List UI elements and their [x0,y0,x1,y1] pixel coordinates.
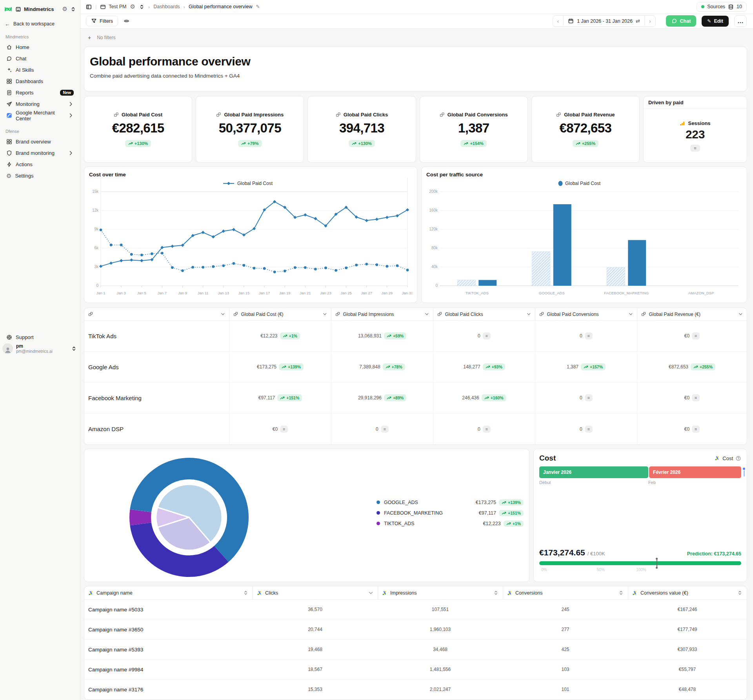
column-header[interactable]: Global Paid Impressions [331,308,433,321]
svg-text:Jan 25: Jan 25 [340,291,352,295]
sidebar-item-reports[interactable]: Reports New [4,87,76,98]
campaign-column-header[interactable]: Conversions [503,586,628,600]
campaign-row[interactable]: Campaign name #539319,46834,468425€307,9… [84,640,747,660]
sidebar-item-support[interactable]: Support [4,332,76,343]
cost-panel-title: Cost [539,454,715,462]
back-to-workspace[interactable]: ← Back to workspace [5,21,76,27]
filters-button[interactable]: Filters [86,16,118,26]
source-table-row[interactable]: TikTok Ads€12,223+1%13,068,931+59%0=0=€0… [84,321,747,352]
sidebar-item-brand-overview[interactable]: Brand overview [4,136,76,147]
metric-value: 7,389,848 [359,364,380,370]
trend-badge-flat: = [692,426,700,433]
compare-swap-icon[interactable]: ⇄ [636,18,640,24]
cost-target: / €100K [587,551,605,557]
campaign-column-header[interactable]: Conversions value (€) [628,586,747,600]
campaign-metric: €55,797 [628,660,747,680]
sidebar-item-home[interactable]: Home [4,42,76,53]
chat-button[interactable]: Chat [666,15,697,27]
sidebar-item-chat[interactable]: Chat [4,53,76,64]
chart-title: Cost over time [89,172,412,178]
sidebar-item-settings[interactable]: ⚙ Settings [4,170,76,181]
column-header[interactable]: Global Paid Cost (€) [229,308,331,321]
project-switcher-icon[interactable] [139,4,145,10]
filter-bar[interactable]: + No filters [88,34,747,41]
workspace-switcher-icon[interactable] [70,6,76,12]
sidebar-item-ai-skills[interactable]: AI Skills [4,64,76,76]
campaign-metric: 1,960,103 [378,620,503,640]
date-range-button[interactable]: 1 Jan 2026 - 31 Jan 2026 ⇄ [564,16,644,27]
budget-target-marker[interactable] [657,559,657,568]
svg-text:Jan 5: Jan 5 [137,291,146,295]
google-ads-icon [715,455,720,461]
breadcrumb-dashboards[interactable]: Dashboards [153,4,180,9]
sidebar-section-dfense: Dfense [5,129,75,134]
svg-text:AMAZON_DSP: AMAZON_DSP [688,291,714,295]
column-header[interactable]: Global Paid Clicks [433,308,535,321]
campaign-row[interactable]: Campaign name #365020,7441,960,103277€17… [84,620,747,640]
breadcrumb-current: Global performance overview [189,4,253,9]
campaign-column-header[interactable]: Clicks [253,586,378,600]
sidebar-toggle-icon[interactable] [86,4,92,10]
source-table-row[interactable]: Facebook Marketing€97,117+151%29,918,296… [84,383,747,413]
svg-text:Jan 1: Jan 1 [96,291,105,295]
trend-badge: +255% [691,363,715,370]
kpi-value: 50,377,075 [219,121,281,136]
breadcrumb-project[interactable]: Test PM [100,4,126,10]
svg-text:Jan 15: Jan 15 [238,291,250,295]
sources-status-dot [701,5,704,8]
trend-up-icon [502,500,506,505]
legend-label: FACEBOOK_MARKETING [384,510,479,516]
edit-button[interactable]: ✎ Edit [702,16,729,27]
sidebar-item-actions[interactable]: Actions [4,159,76,170]
prev-period-button[interactable]: ‹ [553,16,564,27]
source-table-row[interactable]: Google Ads€173,275+139%7,389,848+78%148,… [84,352,747,383]
kpi-card: Global Paid Impressions 50,377,075 +79% [196,96,304,163]
sidebar-nav-main: Home Chat AI Skills Dashboards Reports N… [4,42,76,121]
sidebar-item-google-merchant-center[interactable]: Google Merchant Center [4,110,76,121]
trend-up-icon [352,141,356,146]
campaign-row[interactable]: Campaign name #317615,3532,021,247101€48… [84,680,747,700]
svg-text:9k: 9k [94,227,99,231]
more-options-button[interactable]: … [734,15,747,27]
help-icon[interactable] [735,455,741,461]
campaign-column-header[interactable]: Impressions [378,586,503,600]
sidebar-item-monitoring[interactable]: Monitoring [4,98,76,110]
timeline-segment-february[interactable]: Février 2026 [649,466,741,478]
breadcrumb-separator: › [184,4,185,10]
trend-badge: +130% [125,140,151,147]
sessions-value: 223 [686,128,705,141]
column-header[interactable] [84,308,229,321]
trend-badge: +89% [384,394,406,401]
gauge-ticks: 0%50%100% [539,568,741,573]
timeline-scrollbar[interactable] [743,468,745,477]
campaign-row[interactable]: Campaign name #998418,5671,481,556103€55… [84,660,747,680]
trend-up-icon [282,365,286,369]
campaign-row[interactable]: Campaign name #503336,570107,551245€167,… [84,600,747,620]
metric-value: 1,387 [567,364,578,370]
column-header[interactable]: Global Paid Revenue (€) [637,308,747,321]
visibility-toggle-icon[interactable] [124,18,129,24]
svg-text:Jan 23: Jan 23 [320,291,331,295]
campaign-metric: 18,567 [253,660,378,680]
trend-badge-flat: = [381,426,389,433]
metric-value: €0 [684,426,689,432]
sidebar-item-brand-monitoring[interactable]: Brand monitoring [4,147,76,159]
svg-text:160k: 160k [429,208,438,212]
source-table-row[interactable]: Amazon DSP€0=0=0=0=€0= [84,413,747,444]
campaign-column-header[interactable]: Campaign name [84,586,253,600]
sources-button[interactable]: Sources 10 [697,2,747,12]
metric-value: 0 [478,333,480,339]
next-period-button[interactable]: › [645,16,655,27]
kpi-label: Global Paid Cost [122,112,162,118]
cost-per-source-chart: 040k80k120k160k200kTIKTOK_ADSGOOGLE_ADSF… [426,178,742,299]
page-subtitle: Combine paid advertising data connected … [90,73,741,79]
column-header[interactable]: Global Paid Conversions [535,308,637,321]
sidebar-item-dashboards[interactable]: Dashboards [4,76,76,87]
user-menu[interactable]: pm pm@mindmetrics.ai [2,343,77,354]
timeline-segment-january[interactable]: Janvier 2026 [539,466,648,478]
donut-legend: GOOGLE_ADS €173,275 +139% FACEBOOK_MARKE… [376,497,524,529]
workspace-settings-icon[interactable]: ⚙ [62,5,67,13]
cost-over-time-card: Cost over time 03k6k9k12k15kJan 1Jan 3Ja… [84,167,417,303]
rename-icon[interactable]: ✎ [256,4,260,9]
project-settings-icon[interactable]: ⚙ [130,4,135,10]
